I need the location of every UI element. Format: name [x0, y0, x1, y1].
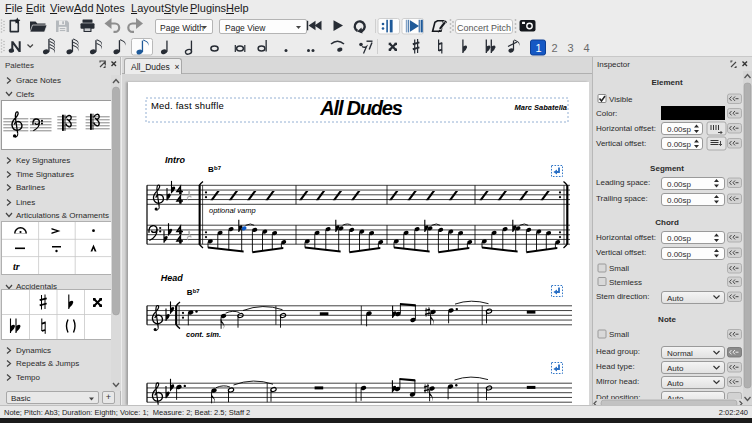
svg-text:1: 1: [536, 42, 542, 54]
svg-text:Marc Sabatella: Marc Sabatella: [514, 103, 567, 112]
svg-text:b7: b7: [193, 288, 201, 294]
svg-text:Head: Head: [161, 273, 184, 283]
svg-text:tr: tr: [13, 261, 20, 272]
svg-text:cont. sim.: cont. sim.: [186, 330, 221, 339]
svg-text:3: 3: [568, 42, 574, 54]
svg-text:Med. fast shuffle: Med. fast shuffle: [151, 100, 224, 111]
svg-text:All Dudes: All Dudes: [319, 97, 403, 119]
svg-text:optional vamp: optional vamp: [209, 206, 256, 215]
svg-text:2: 2: [552, 42, 558, 54]
svg-text:b7: b7: [214, 165, 222, 171]
svg-text:Intro: Intro: [165, 155, 185, 165]
svg-text:4: 4: [584, 42, 590, 54]
